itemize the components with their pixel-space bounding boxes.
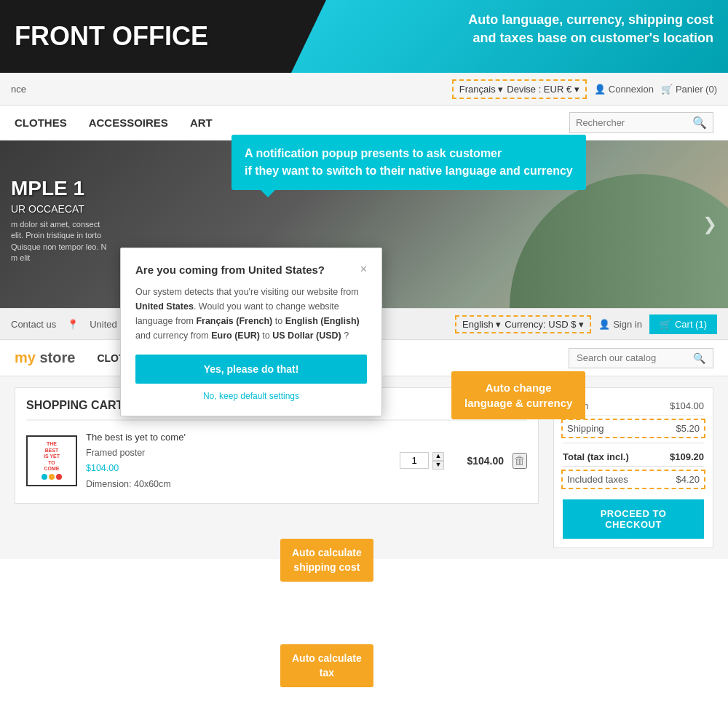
dot1 <box>41 474 47 480</box>
auto-ship-line2: shipping cost <box>292 561 362 575</box>
quantity-stepper: ▲ ▼ <box>432 452 444 470</box>
qty-down-button[interactable]: ▼ <box>432 461 444 470</box>
callout-line2: if they want to switch to their native l… <box>245 165 573 177</box>
en-signin-label[interactable]: Sign in <box>613 319 642 330</box>
banner-line2: and taxes base on customer's location <box>468 29 713 47</box>
callout-line1: A notification popup presents to ask cus… <box>245 147 502 159</box>
fr-connexion[interactable]: Connexion <box>609 84 654 95</box>
en-cart-label: Cart (1) <box>675 319 707 330</box>
notification-callout: A notification popup presents to ask cus… <box>232 135 586 190</box>
location-icon: 📍 <box>67 319 79 330</box>
fr-search-icon: 🔍 <box>692 116 707 130</box>
taxes-label: Included taxes <box>567 474 628 485</box>
summary-total-row: Total (tax incl.) $109.20 <box>563 448 704 467</box>
popup-no-button[interactable]: No, keep default settings <box>135 391 367 401</box>
cart-item-dimension: Dimension: 40x60cm <box>86 477 391 492</box>
checkout-button[interactable]: PROCEED TO CHECKOUT <box>563 499 704 539</box>
auto-change-line1: Auto change <box>464 380 572 395</box>
dot2 <box>49 474 55 480</box>
en-footer-right: English ▾ Currency: USD $ ▾ 👤 Sign in 🛒 … <box>455 314 717 334</box>
summary-taxes-row: Included taxes $4.20 <box>561 470 705 489</box>
fr-cart-icon: 🛒 <box>661 84 673 95</box>
auto-tax-line1: Auto calculate <box>292 652 362 666</box>
fr-nav-clothes[interactable]: CLOTHES <box>15 116 67 129</box>
popup-header: Are you coming from United States? × <box>135 263 367 276</box>
en-cart-icon: 🛒 <box>660 319 671 330</box>
top-banner: FRONT OFFICE Auto language, currency, sh… <box>0 0 728 73</box>
en-lang-currency-box: English ▾ Currency: USD $ ▾ <box>455 315 591 333</box>
banner-right-text: Auto language, currency, shipping cost a… <box>468 11 713 47</box>
fr-currency-button[interactable]: Devise : EUR € ▾ <box>507 84 579 95</box>
en-cart-button[interactable]: 🛒 Cart (1) <box>649 314 717 334</box>
popup-close-button[interactable]: × <box>360 263 367 276</box>
auto-tax-callout: Auto calculate tax <box>280 644 373 687</box>
cart-item-quantity: ▲ ▼ <box>400 452 444 470</box>
auto-change-callout: Auto change language & currency <box>451 371 585 419</box>
cart-delete-button[interactable]: 🗑 <box>513 453 527 469</box>
dot3 <box>56 474 62 480</box>
en-search-icon: 🔍 <box>693 352 705 364</box>
summary-shipping-row: Shipping $5.20 <box>561 419 705 438</box>
fr-search-input[interactable] <box>576 117 692 128</box>
fr-user-icon: 👤 <box>594 84 606 95</box>
en-lang-button[interactable]: English ▾ <box>462 319 501 330</box>
fr-cart-label[interactable]: Panier (0) <box>676 84 717 95</box>
hero-next-arrow[interactable]: ❯ <box>703 214 717 234</box>
location-popup: Are you coming from United States? × Our… <box>120 248 382 416</box>
qty-up-button[interactable]: ▲ <box>432 452 444 461</box>
en-contact[interactable]: Contact us <box>11 319 56 330</box>
en-user-icon: 👤 <box>598 319 610 330</box>
auto-ship-callout: Auto calculate shipping cost <box>280 539 373 582</box>
fr-nav-accessoires[interactable]: ACCESSOIRES <box>89 116 168 129</box>
cart-item-total: $104.00 <box>453 455 504 467</box>
popup-yes-button[interactable]: Yes, please do that! <box>135 355 367 384</box>
popup-title: Are you coming from United States? <box>135 264 325 276</box>
hero-body: m dolor sit amet, consectelit. Proin tri… <box>11 219 106 264</box>
en-search-box: 🔍 <box>569 348 713 368</box>
en-signin: 👤 Sign in <box>598 319 642 330</box>
fr-nav-art[interactable]: ART <box>190 116 213 129</box>
fr-cart: 🛒 Panier (0) <box>661 84 717 95</box>
fr-account: 👤 Connexion <box>594 84 654 95</box>
fr-lang-button[interactable]: Français ▾ <box>459 84 503 95</box>
cart-item-price: $104.00 <box>86 461 391 476</box>
cart-item: THEBESTIS YETTOCOME The best is yet to c… <box>26 430 527 492</box>
cart-item-image: THEBESTIS YETTOCOME <box>26 435 77 486</box>
poster-dots <box>41 474 62 480</box>
cart-item-subtitle: Framed poster <box>86 446 391 461</box>
popup-body: Our system detects that you're visiting … <box>135 285 367 343</box>
auto-tax-line2: tax <box>292 666 362 681</box>
fr-search-box: 🔍 <box>569 112 713 133</box>
en-currency-button[interactable]: Currency: USD $ ▾ <box>505 319 584 330</box>
hero-title: MPLE 1 <box>11 177 106 200</box>
shipping-label: Shipping <box>567 423 604 434</box>
en-search-input[interactable] <box>577 352 693 363</box>
banner-line1: Auto language, currency, shipping cost <box>468 11 713 29</box>
auto-ship-line1: Auto calculate <box>292 546 362 561</box>
shipping-value: $5.20 <box>676 423 700 434</box>
total-value: $109.20 <box>670 451 704 462</box>
items-value: $104.00 <box>670 400 704 411</box>
auto-change-line2: language & currency <box>464 395 572 411</box>
banner-title: FRONT OFFICE <box>15 21 208 52</box>
cart-item-details: The best is yet to come' Framed poster $… <box>86 430 391 492</box>
quantity-input[interactable] <box>400 452 429 469</box>
total-label: Total (tax incl.) <box>563 451 629 462</box>
fr-lang-currency-box: Français ▾ Devise : EUR € ▾ <box>452 79 587 99</box>
hero-text-block: MPLE 1 UR OCCAECAT m dolor sit amet, con… <box>0 170 117 272</box>
poster-text: THEBESTIS YETTOCOME <box>44 441 60 472</box>
hero-subtitle: UR OCCAECAT <box>11 203 106 215</box>
en-store-logo: my store <box>15 349 75 366</box>
fr-store-header: nce Français ▾ Devise : EUR € ▾ 👤 Connex… <box>0 73 728 106</box>
cart-item-name: The best is yet to come' <box>86 430 391 446</box>
summary-divider <box>563 443 704 443</box>
taxes-value: $4.20 <box>676 474 700 485</box>
fr-brand: nce <box>11 84 26 95</box>
